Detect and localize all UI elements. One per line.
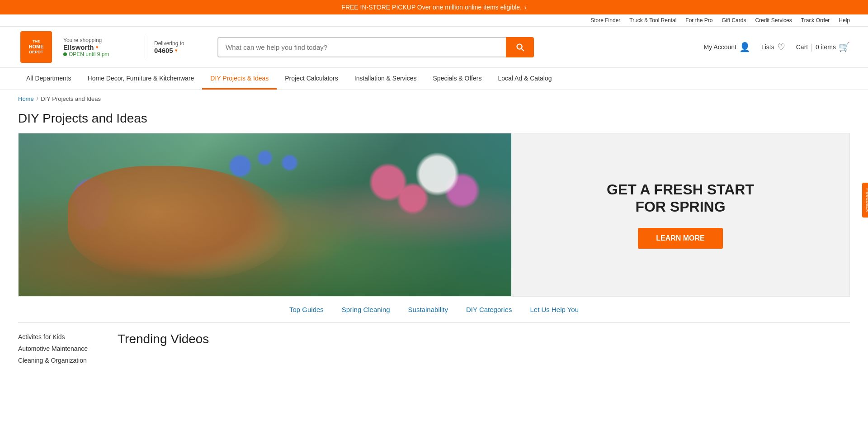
lists-link[interactable]: Lists ♡ — [761, 42, 785, 52]
page-title: DIY Projects and Ideas — [0, 108, 868, 133]
main-content: Trending Videos — [118, 332, 850, 365]
breadcrumb-home[interactable]: Home — [18, 95, 34, 102]
my-account-label: My Account — [704, 43, 736, 51]
hero-cta: GET A FRESH STARTFOR SPRING Learn More — [511, 133, 849, 296]
delivering-label: Delivering to — [154, 40, 208, 47]
nav-project-calculators[interactable]: Project Calculators — [277, 68, 346, 90]
subnav-sustainability[interactable]: Sustainability — [408, 306, 448, 313]
logo-text: THE HOME DEPOT — [29, 39, 44, 55]
subnav-top-guides[interactable]: Top Guides — [289, 306, 324, 313]
hero-image — [19, 133, 511, 296]
hero-learn-more-button[interactable]: Learn More — [638, 228, 723, 249]
nav-local-ad[interactable]: Local Ad & Catalog — [490, 68, 560, 90]
nav-diy-projects[interactable]: DIY Projects & Ideas — [202, 68, 277, 90]
cart-link[interactable]: Cart | 0 items 🛒 — [796, 42, 850, 52]
nav-installation-services[interactable]: Installation & Services — [346, 68, 425, 90]
content-area: Activites for Kids Automotive Maintenanc… — [0, 323, 868, 374]
sidebar-item-cleaning[interactable]: Cleaning & Organization — [18, 355, 99, 365]
top-banner-arrow: › — [524, 4, 527, 11]
zip-code[interactable]: 04605 ▾ — [154, 47, 208, 54]
hero-cta-title: GET A FRESH STARTFOR SPRING — [607, 181, 754, 216]
main-header: THE HOME DEPOT You're shopping Ellsworth… — [0, 27, 868, 68]
logo[interactable]: THE HOME DEPOT — [18, 31, 54, 63]
open-dot-icon — [63, 52, 67, 56]
utility-nav-truck-rental[interactable]: Truck & Tool Rental — [629, 17, 676, 24]
breadcrumb-current: DIY Projects and Ideas — [41, 95, 101, 102]
utility-nav-gift-cards[interactable]: Gift Cards — [722, 17, 746, 24]
logo-box: THE HOME DEPOT — [20, 31, 52, 63]
header-actions: My Account 👤 Lists ♡ Cart | 0 items 🛒 — [704, 42, 850, 52]
breadcrumb-separator: / — [37, 95, 38, 102]
sidebar: Activites for Kids Automotive Maintenanc… — [18, 332, 99, 365]
search-button[interactable] — [506, 37, 534, 57]
subnav-spring-cleaning[interactable]: Spring Cleaning — [342, 306, 390, 313]
main-nav: All Departments Home Decor, Furniture & … — [0, 68, 868, 90]
search-container — [217, 37, 534, 57]
shopping-label: You're shopping — [63, 37, 136, 43]
utility-nav-credit-services[interactable]: Credit Services — [755, 17, 792, 24]
utility-nav-help[interactable]: Help — [839, 17, 850, 24]
cart-icon: 🛒 — [839, 42, 850, 52]
cart-label: Cart — [796, 43, 808, 51]
delivery-info: Delivering to 04605 ▾ — [154, 40, 208, 54]
top-banner[interactable]: FREE IN-STORE PICKUP Over one million on… — [0, 0, 868, 14]
store-name[interactable]: Ellsworth ▾ — [63, 43, 136, 51]
store-chevron-icon: ▾ — [96, 45, 98, 50]
hero-section: GET A FRESH STARTFOR SPRING Learn More — [18, 133, 850, 297]
top-banner-text: FREE IN-STORE PICKUP Over one million on… — [341, 4, 522, 11]
lists-label: Lists — [761, 43, 774, 51]
search-input[interactable] — [217, 37, 506, 57]
trending-title: Trending Videos — [118, 332, 850, 346]
breadcrumb: Home / DIY Projects and Ideas — [0, 90, 868, 108]
utility-nav-track-order[interactable]: Track Order — [801, 17, 830, 24]
header-divider — [145, 36, 145, 58]
my-account-link[interactable]: My Account 👤 — [704, 42, 750, 52]
feedback-tab[interactable]: Feedback — [862, 183, 868, 218]
search-icon — [515, 42, 525, 52]
account-icon: 👤 — [739, 42, 750, 52]
utility-nav-store-finder[interactable]: Store Finder — [590, 17, 620, 24]
store-info: You're shopping Ellsworth ▾ OPEN until 9… — [63, 37, 136, 57]
cart-separator: | — [811, 43, 813, 52]
nav-specials-offers[interactable]: Specials & Offers — [425, 68, 490, 90]
utility-nav: Store Finder Truck & Tool Rental For the… — [0, 14, 868, 27]
sub-nav: Top Guides Spring Cleaning Sustainabilit… — [18, 297, 850, 323]
zip-chevron-icon: ▾ — [175, 48, 177, 53]
utility-nav-for-pro[interactable]: For the Pro — [685, 17, 712, 24]
subnav-let-us-help[interactable]: Let Us Help You — [530, 306, 579, 313]
heart-icon: ♡ — [777, 42, 785, 52]
open-status: OPEN until 9 pm — [63, 51, 136, 57]
sidebar-item-activities-kids[interactable]: Activites for Kids — [18, 332, 99, 342]
sidebar-item-automotive[interactable]: Automotive Maintenance — [18, 344, 99, 354]
subnav-diy-categories[interactable]: DIY Categories — [466, 306, 512, 313]
nav-all-departments[interactable]: All Departments — [18, 68, 80, 90]
nav-home-decor[interactable]: Home Decor, Furniture & Kitchenware — [80, 68, 203, 90]
cart-count: 0 items — [816, 43, 836, 51]
